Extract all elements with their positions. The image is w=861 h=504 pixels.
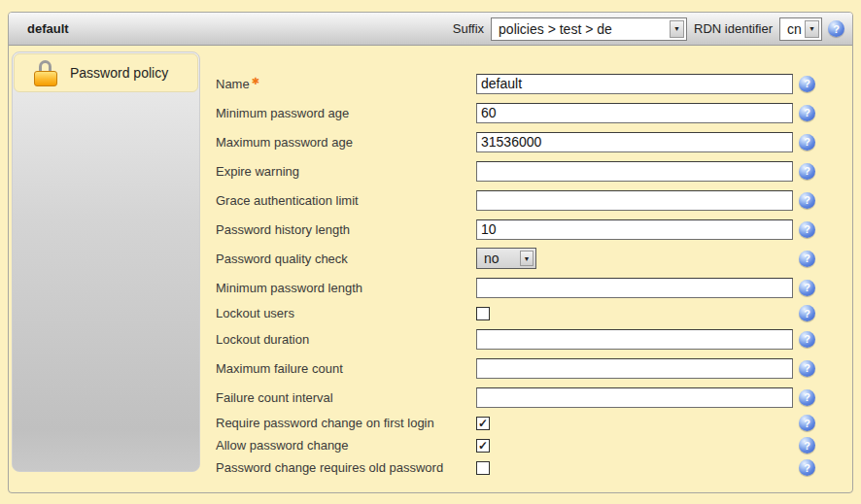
field-label: Failure count interval <box>216 390 476 405</box>
field-control <box>476 358 799 379</box>
field-label: Maximum failure count <box>216 361 476 376</box>
text-field[interactable] <box>476 329 793 350</box>
content-area: Password policy Name✱ ? Minimum password… <box>9 46 852 479</box>
field-label: Password quality check <box>216 252 476 266</box>
help-icon[interactable]: ? <box>799 415 815 431</box>
form-row: Maximum password age ? <box>216 127 852 156</box>
text-field[interactable] <box>476 132 793 152</box>
field-label: Require password change on first login <box>216 416 476 430</box>
field-control <box>476 387 799 408</box>
help-icon[interactable]: ? <box>799 437 815 454</box>
field-label: Minimum password age <box>216 106 476 120</box>
help-icon[interactable]: ? <box>799 134 815 151</box>
help-icon[interactable]: ? <box>799 360 815 377</box>
field-control <box>476 190 799 211</box>
text-field[interactable] <box>476 190 793 211</box>
checkbox[interactable] <box>476 461 490 475</box>
help-icon[interactable]: ? <box>799 192 815 209</box>
rdn-identifier-label: RDN identifier <box>694 21 773 36</box>
title-bar: default Suffix policies > test > de ▼ RD… <box>9 13 852 46</box>
field-control <box>476 103 799 123</box>
suffix-select[interactable]: policies > test > de ▼ <box>491 17 687 41</box>
form-row: Allow password change ✓ ? <box>216 434 852 456</box>
tab-password-policy[interactable]: Password policy <box>14 53 198 92</box>
field-label: Expire warning <box>216 164 476 179</box>
form-row: Expire warning ? <box>216 156 852 185</box>
field-control <box>476 329 799 350</box>
lock-icon <box>34 60 57 86</box>
text-field[interactable] <box>476 278 793 298</box>
form-row: Password change requires old password ? <box>216 456 852 479</box>
field-label: Allow password change <box>216 438 476 453</box>
text-field[interactable] <box>476 161 793 182</box>
field-label: Lockout duration <box>216 332 476 347</box>
field-control: ✓ <box>476 417 799 430</box>
rdn-identifier-select[interactable]: cn ▼ <box>779 17 822 41</box>
form-row: Grace authentication limit ? <box>216 185 852 215</box>
form: Name✱ ? Minimum password age ? Maximum p… <box>216 69 852 479</box>
form-row: Password history length ? <box>216 215 852 244</box>
help-icon[interactable]: ? <box>799 305 815 321</box>
form-row: Password quality check no▼ ? <box>216 244 852 273</box>
help-icon[interactable]: ? <box>799 221 815 238</box>
field-label: Maximum password age <box>216 135 476 150</box>
field-control <box>476 219 799 240</box>
field-label: Name✱ <box>216 76 476 91</box>
sidebar: Password policy <box>12 51 200 472</box>
help-icon[interactable]: ? <box>799 163 815 180</box>
checkbox[interactable]: ✓ <box>476 417 490 430</box>
text-field[interactable] <box>476 74 793 94</box>
field-control <box>476 461 799 475</box>
help-icon[interactable]: ? <box>799 280 815 296</box>
password-policy-window: default Suffix policies > test > de ▼ RD… <box>8 12 853 493</box>
form-row: Require password change on first login ✓… <box>216 412 852 434</box>
text-field[interactable] <box>476 387 793 408</box>
form-row: Failure count interval ? <box>216 383 852 412</box>
field-control <box>476 132 799 152</box>
page-title: default <box>27 21 69 36</box>
field-control <box>476 74 799 94</box>
chevron-down-icon[interactable]: ▼ <box>520 251 534 266</box>
form-row: Lockout duration ? <box>216 324 852 353</box>
chevron-down-icon[interactable]: ▼ <box>670 20 684 38</box>
help-icon[interactable]: ? <box>799 105 815 121</box>
text-field[interactable] <box>476 219 793 240</box>
form-row: Name✱ ? <box>216 69 852 98</box>
field-control <box>476 278 799 298</box>
help-icon[interactable]: ? <box>799 76 815 92</box>
field-label: Password history length <box>216 222 476 237</box>
help-icon[interactable]: ? <box>799 389 815 406</box>
chevron-down-icon[interactable]: ▼ <box>805 20 819 38</box>
checkbox[interactable]: ✓ <box>476 439 490 453</box>
suffix-select-value: policies > test > de <box>492 21 670 37</box>
suffix-label: Suffix <box>453 21 484 36</box>
field-label: Grace authentication limit <box>216 193 476 208</box>
field-label: Minimum password length <box>216 281 476 295</box>
required-icon: ✱ <box>252 76 259 86</box>
form-row: Minimum password age ? <box>216 98 852 127</box>
rdn-select-value: cn <box>780 21 805 37</box>
help-icon[interactable]: ? <box>799 251 815 267</box>
tab-label: Password policy <box>70 65 168 81</box>
field-control: no▼ <box>476 248 799 269</box>
field-control <box>476 161 799 182</box>
form-row: Minimum password length ? <box>216 273 852 302</box>
select-field[interactable]: no▼ <box>476 248 536 269</box>
field-control: ✓ <box>476 439 799 453</box>
select-value: no <box>477 251 520 266</box>
field-label: Lockout users <box>216 306 476 320</box>
form-row: Lockout users ? <box>216 302 852 324</box>
help-icon[interactable]: ? <box>799 331 815 348</box>
field-label: Password change requires old password <box>216 460 476 475</box>
help-icon[interactable]: ? <box>799 459 815 476</box>
form-row: Maximum failure count ? <box>216 353 852 383</box>
text-field[interactable] <box>476 358 793 379</box>
field-control <box>476 307 799 320</box>
checkbox[interactable] <box>476 307 490 320</box>
text-field[interactable] <box>476 103 793 123</box>
help-icon[interactable]: ? <box>828 20 844 37</box>
